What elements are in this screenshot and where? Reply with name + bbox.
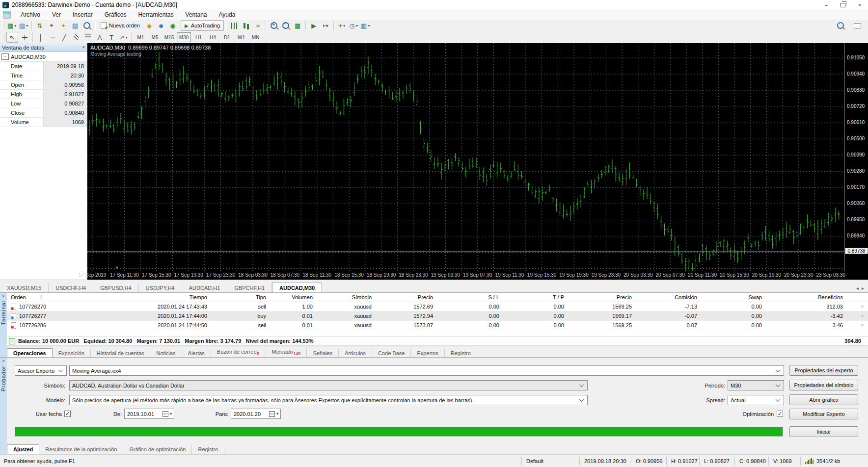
menu-grficos[interactable]: Gráficos [99, 10, 133, 19]
profiles-icon[interactable]: ▤▾ [18, 21, 29, 30]
chart-tab-usdchfh4[interactable]: USDCHF,H4 [49, 283, 93, 293]
chat-icon[interactable] [852, 21, 863, 30]
column-header-precio[interactable]: Precio [568, 294, 636, 300]
community-icon[interactable]: ☻ [156, 21, 166, 30]
equidistant-channel-icon[interactable] [71, 32, 81, 42]
symbol-properties-button[interactable]: Propiedades del símbolo [789, 380, 858, 390]
chart-tabs-scroll-left-icon[interactable]: ◂ [856, 285, 859, 291]
tester-tab-registro[interactable]: Registro [192, 445, 224, 454]
modify-expert-button[interactable]: Modificar Experto [789, 409, 858, 419]
fibonacci-icon[interactable] [82, 32, 93, 42]
menu-insertar[interactable]: Insertar [67, 10, 99, 19]
chart-shift-icon[interactable]: ↦ [320, 21, 331, 30]
terminal-close-icon[interactable]: × [2, 294, 4, 299]
terminal-icon[interactable]: ▤ [70, 21, 81, 30]
timeframe-w1[interactable]: W1 [235, 33, 248, 42]
symbol-select[interactable]: AUDCAD, Australian Dollar vs Canadian Do… [69, 380, 588, 390]
text-icon[interactable]: A [94, 32, 105, 42]
expert-properties-button[interactable]: Propiedades del experto [789, 365, 858, 376]
indicators-icon[interactable]: +▾ [336, 21, 347, 30]
chart-plot[interactable]: ▲ [87, 43, 844, 271]
column-header-orden[interactable]: Orden/ [7, 294, 93, 300]
chart-area[interactable]: ▲ AUDCAD,M30 0.89699 0.89747 0.89698 0.8… [87, 43, 868, 280]
column-header-tipo[interactable]: Tipo [211, 294, 270, 300]
tester-tab-ajusted[interactable]: Ajusted [7, 444, 39, 454]
terminal-tab-mercado[interactable]: Mercado149 [266, 347, 307, 358]
candles-chart-icon[interactable] [241, 21, 251, 30]
timeframe-h4[interactable]: H4 [206, 33, 219, 42]
dropdown-arrow-icon[interactable]: ▾ [26, 24, 28, 28]
column-header-smbolo[interactable]: Símbolo [317, 294, 376, 300]
chart-tabs-scroll-right-icon[interactable]: ▸ [862, 285, 864, 291]
dropdown-arrow-icon[interactable]: ▾ [14, 24, 16, 28]
tile-windows-icon[interactable]: ▦ [292, 21, 303, 30]
column-header-precio[interactable]: Precio [376, 294, 437, 300]
terminal-tab-operaciones[interactable]: Operaciones [7, 348, 53, 358]
dropdown-arrow-icon[interactable]: ▾ [343, 24, 345, 28]
period-select[interactable]: M30 [728, 380, 784, 390]
menu-ventana[interactable]: Ventana [179, 10, 213, 19]
auto-scroll-icon[interactable]: ▶ [308, 21, 319, 30]
menu-herramientas[interactable]: Herramientas [132, 10, 179, 19]
column-header-comisin[interactable]: Comisión [636, 294, 701, 300]
start-button[interactable]: Iniciar [789, 426, 858, 437]
to-date-input[interactable]: 2020.01.20 ▾ [231, 409, 281, 419]
arrows-icon[interactable]: ↗▾ [118, 32, 129, 42]
metaeditor-icon[interactable]: ◆ [144, 21, 155, 30]
timeframe-m1[interactable]: M1 [134, 33, 147, 42]
optimization-checkbox[interactable]: ✓ [777, 411, 783, 417]
trendline-icon[interactable]: ╱ [59, 32, 70, 42]
market-watch-icon[interactable]: ⇅ [34, 21, 45, 30]
chart-tab-audcadh1[interactable]: AUDCAD,H1 [182, 283, 228, 293]
vertical-line-icon[interactable]: │ [35, 32, 46, 42]
chart-tab-audcadm30[interactable]: AUDCAD,M30 [272, 283, 322, 293]
column-header-swap[interactable]: Swap [701, 294, 766, 300]
terminal-tab-buzndecorreo[interactable]: Buzón de correo8 [211, 347, 266, 358]
expert-select[interactable]: Moving Average.ex4 [69, 365, 784, 376]
dropdown-arrow-icon[interactable]: ▾ [125, 35, 127, 40]
column-header-volumen[interactable]: Volumen [270, 294, 317, 300]
cursor-icon[interactable]: ↖ [6, 32, 18, 43]
line-chart-icon[interactable]: ≈ [252, 21, 263, 30]
new-order-button[interactable]: Nueva orden [97, 21, 143, 30]
expert-type-select[interactable]: Asesor Experto [15, 365, 67, 376]
close-button[interactable]: × [851, 0, 868, 10]
timeframe-d1[interactable]: D1 [220, 33, 234, 42]
menu-ayuda[interactable]: Ayuda [213, 10, 241, 19]
menu-archivo[interactable]: Archivo [15, 10, 46, 19]
dropdown-arrow-icon[interactable]: ▾ [356, 24, 358, 28]
toolbar-grip[interactable] [1, 33, 4, 41]
order-close-icon[interactable]: × [861, 323, 864, 328]
column-header-tp[interactable]: T / P [503, 294, 568, 300]
price-scale[interactable]: 0.910500.909400.908300.907200.906100.905… [844, 43, 868, 271]
zoom-out-icon[interactable] [280, 21, 291, 30]
timeframe-m15[interactable]: M15 [163, 33, 176, 42]
dropdown-arrow-icon[interactable]: ▾ [368, 24, 370, 28]
strategy-tester-icon[interactable] [81, 21, 92, 30]
chart-tab-xauusdm15[interactable]: XAUUSD,M15 [0, 283, 49, 293]
bars-chart-icon[interactable] [229, 21, 240, 30]
tester-close-icon[interactable]: × [2, 359, 4, 363]
order-row[interactable]: 1077262772020.01.24 17:44:00buy0.01xauus… [7, 311, 868, 321]
menu-ver[interactable]: Ver [46, 10, 67, 19]
zoom-in-icon[interactable] [269, 21, 279, 30]
tester-tab-grficodeoptimizacin[interactable]: Gráfico de optimización [123, 445, 192, 454]
chart-tab-gbpchfh1[interactable]: GBPCHF,H1 [227, 283, 272, 293]
new-chart-icon[interactable]: ▦▾ [6, 21, 17, 30]
column-header-sl[interactable]: S / L [437, 294, 503, 300]
timeframe-h1[interactable]: H1 [192, 33, 205, 42]
order-row[interactable]: 1077262702020.01.24 17:43:43sell1.00xauu… [7, 302, 868, 311]
restore-button[interactable] [835, 0, 851, 10]
navigator-icon[interactable]: ✦ [58, 21, 69, 30]
column-header-tiempo[interactable]: Tiempo [93, 294, 211, 300]
crosshair-icon[interactable] [19, 32, 30, 42]
open-chart-button[interactable]: Abrir gráfico [789, 394, 858, 405]
time-scale[interactable]: 17 Sep 201917 Sep 11:3017 Sep 15:3017 Se… [87, 271, 844, 280]
minimize-button[interactable]: – [818, 0, 835, 10]
data-window-close-icon[interactable]: × [82, 45, 85, 50]
templates-icon[interactable]: ▥▾ [360, 21, 371, 30]
timeframe-m5[interactable]: M5 [148, 33, 162, 42]
toolbar-grip[interactable] [1, 22, 4, 29]
timeframe-mn[interactable]: MN [249, 33, 262, 42]
data-window-header[interactable]: Ventana de datos × [0, 43, 87, 52]
